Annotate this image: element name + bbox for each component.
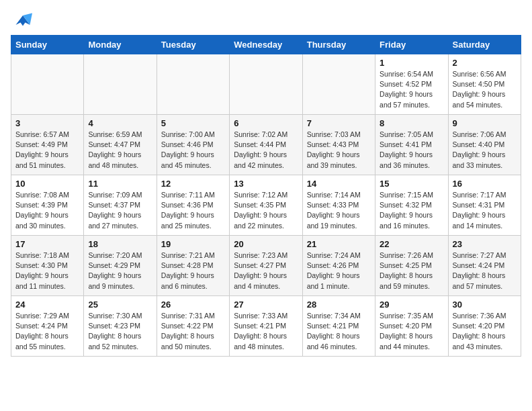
day-info: Sunrise: 6:57 AM Sunset: 4:49 PM Dayligh… <box>15 130 79 171</box>
day-number: 12 <box>161 179 225 189</box>
day-info: Sunrise: 7:12 AM Sunset: 4:35 PM Dayligh… <box>234 190 298 231</box>
day-cell: 24Sunrise: 7:29 AM Sunset: 4:24 PM Dayli… <box>11 296 84 357</box>
day-cell: 2Sunrise: 6:56 AM Sunset: 4:50 PM Daylig… <box>448 54 521 115</box>
day-cell: 28Sunrise: 7:34 AM Sunset: 4:21 PM Dayli… <box>302 296 375 357</box>
day-number: 24 <box>15 300 79 310</box>
day-cell: 11Sunrise: 7:09 AM Sunset: 4:37 PM Dayli… <box>84 175 157 236</box>
day-cell: 29Sunrise: 7:35 AM Sunset: 4:20 PM Dayli… <box>375 296 448 357</box>
day-cell: 6Sunrise: 7:02 AM Sunset: 4:44 PM Daylig… <box>230 115 302 175</box>
day-cell: 27Sunrise: 7:33 AM Sunset: 4:21 PM Dayli… <box>230 296 302 357</box>
day-number: 11 <box>88 179 152 189</box>
day-cell <box>84 54 157 115</box>
day-info: Sunrise: 7:06 AM Sunset: 4:40 PM Dayligh… <box>453 130 517 171</box>
day-info: Sunrise: 7:09 AM Sunset: 4:37 PM Dayligh… <box>88 190 152 231</box>
week-row-3: 10Sunrise: 7:08 AM Sunset: 4:39 PM Dayli… <box>11 175 521 236</box>
page-header <box>11 11 521 30</box>
week-row-1: 1Sunrise: 6:54 AM Sunset: 4:52 PM Daylig… <box>11 54 521 115</box>
day-info: Sunrise: 6:54 AM Sunset: 4:52 PM Dayligh… <box>380 69 443 110</box>
day-number: 19 <box>161 239 225 249</box>
day-number: 28 <box>307 300 371 310</box>
day-cell: 12Sunrise: 7:11 AM Sunset: 4:36 PM Dayli… <box>157 175 229 236</box>
week-row-5: 24Sunrise: 7:29 AM Sunset: 4:24 PM Dayli… <box>11 296 521 357</box>
day-info: Sunrise: 6:59 AM Sunset: 4:47 PM Dayligh… <box>88 130 152 171</box>
day-number: 26 <box>161 300 225 310</box>
day-info: Sunrise: 7:24 AM Sunset: 4:26 PM Dayligh… <box>307 250 371 291</box>
day-cell: 13Sunrise: 7:12 AM Sunset: 4:35 PM Dayli… <box>230 175 302 236</box>
day-number: 6 <box>234 118 298 128</box>
day-number: 2 <box>453 58 517 68</box>
day-info: Sunrise: 7:29 AM Sunset: 4:24 PM Dayligh… <box>15 311 79 352</box>
day-cell: 7Sunrise: 7:03 AM Sunset: 4:43 PM Daylig… <box>302 115 375 175</box>
day-number: 22 <box>380 239 443 249</box>
day-cell: 20Sunrise: 7:23 AM Sunset: 4:27 PM Dayli… <box>230 236 302 296</box>
day-number: 21 <box>307 239 371 249</box>
day-cell: 23Sunrise: 7:27 AM Sunset: 4:24 PM Dayli… <box>448 236 521 296</box>
day-number: 17 <box>15 239 79 249</box>
week-row-2: 3Sunrise: 6:57 AM Sunset: 4:49 PM Daylig… <box>11 115 521 175</box>
day-number: 9 <box>453 118 517 128</box>
day-cell: 19Sunrise: 7:21 AM Sunset: 4:28 PM Dayli… <box>157 236 229 296</box>
day-number: 25 <box>88 300 152 310</box>
day-info: Sunrise: 7:14 AM Sunset: 4:33 PM Dayligh… <box>307 190 371 231</box>
col-header-wednesday: Wednesday <box>230 36 302 54</box>
col-header-saturday: Saturday <box>448 36 521 54</box>
day-info: Sunrise: 7:35 AM Sunset: 4:20 PM Dayligh… <box>380 311 443 352</box>
day-info: Sunrise: 7:20 AM Sunset: 4:29 PM Dayligh… <box>88 250 152 291</box>
logo-icon <box>11 11 35 30</box>
day-info: Sunrise: 7:03 AM Sunset: 4:43 PM Dayligh… <box>307 130 371 171</box>
day-number: 8 <box>380 118 443 128</box>
day-cell: 1Sunrise: 6:54 AM Sunset: 4:52 PM Daylig… <box>375 54 448 115</box>
day-number: 1 <box>380 58 443 68</box>
day-cell: 10Sunrise: 7:08 AM Sunset: 4:39 PM Dayli… <box>11 175 84 236</box>
day-number: 10 <box>15 179 79 189</box>
day-info: Sunrise: 7:26 AM Sunset: 4:25 PM Dayligh… <box>380 250 443 291</box>
col-header-thursday: Thursday <box>302 36 375 54</box>
day-cell: 15Sunrise: 7:15 AM Sunset: 4:32 PM Dayli… <box>375 175 448 236</box>
day-cell: 17Sunrise: 7:18 AM Sunset: 4:30 PM Dayli… <box>11 236 84 296</box>
day-cell <box>11 54 84 115</box>
day-info: Sunrise: 6:56 AM Sunset: 4:50 PM Dayligh… <box>453 69 517 110</box>
day-info: Sunrise: 7:36 AM Sunset: 4:20 PM Dayligh… <box>453 311 517 352</box>
day-info: Sunrise: 7:18 AM Sunset: 4:30 PM Dayligh… <box>15 250 79 291</box>
week-row-4: 17Sunrise: 7:18 AM Sunset: 4:30 PM Dayli… <box>11 236 521 296</box>
day-cell: 22Sunrise: 7:26 AM Sunset: 4:25 PM Dayli… <box>375 236 448 296</box>
day-cell: 8Sunrise: 7:05 AM Sunset: 4:41 PM Daylig… <box>375 115 448 175</box>
calendar-table: SundayMondayTuesdayWednesdayThursdayFrid… <box>11 35 521 357</box>
day-number: 15 <box>380 179 443 189</box>
day-cell <box>302 54 375 115</box>
day-number: 7 <box>307 118 371 128</box>
day-cell: 18Sunrise: 7:20 AM Sunset: 4:29 PM Dayli… <box>84 236 157 296</box>
day-info: Sunrise: 7:02 AM Sunset: 4:44 PM Dayligh… <box>234 130 298 171</box>
day-cell: 9Sunrise: 7:06 AM Sunset: 4:40 PM Daylig… <box>448 115 521 175</box>
day-cell: 21Sunrise: 7:24 AM Sunset: 4:26 PM Dayli… <box>302 236 375 296</box>
day-info: Sunrise: 7:33 AM Sunset: 4:21 PM Dayligh… <box>234 311 298 352</box>
day-cell <box>157 54 229 115</box>
day-cell <box>230 54 302 115</box>
col-header-monday: Monday <box>84 36 157 54</box>
day-cell: 16Sunrise: 7:17 AM Sunset: 4:31 PM Dayli… <box>448 175 521 236</box>
logo <box>11 11 38 30</box>
day-number: 29 <box>380 300 443 310</box>
day-info: Sunrise: 7:08 AM Sunset: 4:39 PM Dayligh… <box>15 190 79 231</box>
day-cell: 14Sunrise: 7:14 AM Sunset: 4:33 PM Dayli… <box>302 175 375 236</box>
day-info: Sunrise: 7:34 AM Sunset: 4:21 PM Dayligh… <box>307 311 371 352</box>
day-number: 23 <box>453 239 517 249</box>
header-row: SundayMondayTuesdayWednesdayThursdayFrid… <box>11 36 521 54</box>
day-info: Sunrise: 7:21 AM Sunset: 4:28 PM Dayligh… <box>161 250 225 291</box>
day-info: Sunrise: 7:27 AM Sunset: 4:24 PM Dayligh… <box>453 250 517 291</box>
col-header-tuesday: Tuesday <box>157 36 229 54</box>
day-number: 4 <box>88 118 152 128</box>
day-info: Sunrise: 7:31 AM Sunset: 4:22 PM Dayligh… <box>161 311 225 352</box>
day-cell: 5Sunrise: 7:00 AM Sunset: 4:46 PM Daylig… <box>157 115 229 175</box>
col-header-sunday: Sunday <box>11 36 84 54</box>
day-number: 16 <box>453 179 517 189</box>
day-cell: 3Sunrise: 6:57 AM Sunset: 4:49 PM Daylig… <box>11 115 84 175</box>
day-info: Sunrise: 7:23 AM Sunset: 4:27 PM Dayligh… <box>234 250 298 291</box>
day-info: Sunrise: 7:00 AM Sunset: 4:46 PM Dayligh… <box>161 130 225 171</box>
day-cell: 26Sunrise: 7:31 AM Sunset: 4:22 PM Dayli… <box>157 296 229 357</box>
day-number: 5 <box>161 118 225 128</box>
day-number: 27 <box>234 300 298 310</box>
day-cell: 4Sunrise: 6:59 AM Sunset: 4:47 PM Daylig… <box>84 115 157 175</box>
day-number: 14 <box>307 179 371 189</box>
day-number: 30 <box>453 300 517 310</box>
